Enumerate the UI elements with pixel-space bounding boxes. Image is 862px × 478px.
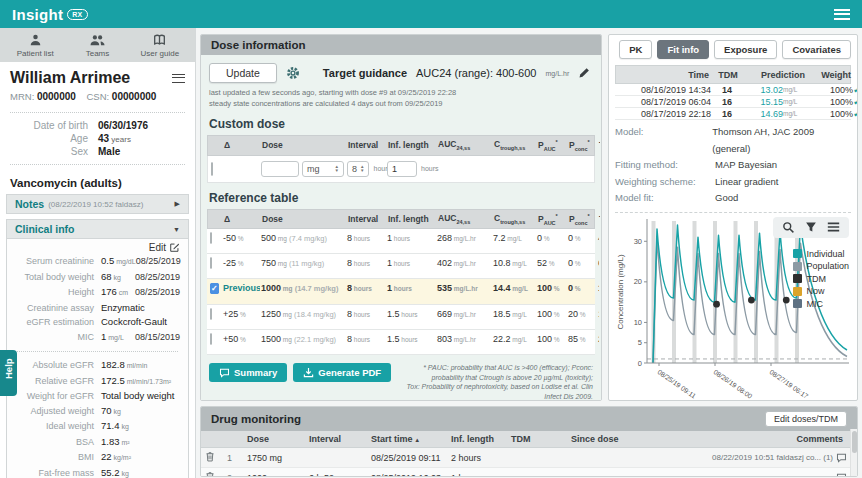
clinical-label: Height [15,285,101,301]
menu-icon[interactable] [834,9,850,20]
dose-unit-select[interactable]: mg ▲▼ [302,161,344,177]
unit: % [238,336,246,343]
derived-rows: Absolute eGFR182.8 ml/minRelative eGFR17… [7,358,188,478]
unit: mg/L.hr [452,311,476,318]
legend-item: TDM [793,274,849,284]
nav-teams[interactable]: Teams [68,33,126,58]
tab-covariates[interactable]: Covariates [782,40,851,59]
nav-patient-list[interactable]: Patient list [6,33,64,58]
nav-user-guide[interactable]: User guide [131,33,189,58]
derived-value: 70 kg [101,404,180,420]
clinical-date: 08/15/2019 [135,330,180,346]
derived-row: Adjusted weight70 kg [7,404,188,420]
zoom-icon[interactable] [782,221,795,234]
comment-bubble-icon[interactable] [836,473,847,478]
inf-length-input[interactable] [387,161,417,177]
clinical-edit-link[interactable]: Edit [149,242,180,253]
summary-button[interactable]: Summary [209,363,287,382]
header-cell: Ctrough,ss [493,136,537,154]
row-checkbox[interactable] [210,308,212,320]
header-cell: Pconc* [568,210,598,229]
fit-tdm: 16 [711,97,743,107]
reference-row[interactable]: ✓Previous1000 mg (14.7 mg/kg)8 hours1 ho… [207,279,595,305]
cell [207,305,222,322]
target-guidance-value: AUC24 (range): 400-600 [416,67,536,79]
mrn-label: MRN: [10,91,34,102]
derived-row: BMI22 kg/m² [7,450,188,466]
clinical-value: 0.5 mg/dL [101,254,136,270]
unit: mg/L.hr [452,235,476,242]
delta-cell: Previous [222,280,260,297]
reference-row[interactable]: -25 %750 mg (11 mg/kg)8 hours1 hours402 … [207,254,595,279]
patient-menu-icon[interactable] [172,74,185,83]
logo-text: Insight [12,6,63,23]
custom-dose-input[interactable] [261,161,299,177]
filter-icon[interactable] [805,221,817,234]
chart-menu-icon[interactable] [827,221,840,234]
comment-bubble-icon[interactable] [836,453,847,463]
interval-stepper[interactable]: 8 ▲▼ [347,161,369,177]
trash-icon[interactable] [205,451,215,462]
model-info-row: Weighting scheme:Linear gradient [615,174,851,191]
legend-item: Individual [793,249,849,259]
tdm-point [713,300,720,307]
inf-length-cell: 1 hours [386,280,436,297]
edit-doses-tdm-button[interactable]: Edit doses/TDM [765,411,847,427]
legend-item: Now [793,286,849,296]
row-checkbox[interactable] [210,257,212,269]
tab-fit-info[interactable]: Fit info [657,40,709,59]
reference-row[interactable]: +25 %1250 mg (18.4 mg/kg)8 hours1.5 hour… [207,305,595,330]
app-logo: Insight RX [12,6,88,23]
derived-unit: kg [120,470,129,477]
tab-exposure[interactable]: Exposure [714,40,777,59]
tab-pk[interactable]: PK [619,40,652,59]
update-button[interactable]: Update [209,63,277,83]
unit: mg/L [511,260,527,267]
clinical-info-title: Clinical info [15,223,75,235]
sort-asc-icon[interactable]: ▲ [413,437,421,443]
unit: % [573,260,581,267]
inf-length-unit: hours [421,165,439,172]
interval-value: 8 [352,164,357,174]
gear-icon[interactable] [286,66,300,80]
row-checkbox[interactable] [210,232,212,244]
model-info-row: Model:Thomson AH, JAC 2009 (general) [615,124,851,157]
help-tab[interactable]: Help [0,350,17,396]
demo-unit: years [109,135,131,144]
inf-length-cell: 1.5 hours [386,305,436,322]
fit-tabs: PKFit infoExposureCovariates [615,40,851,65]
update-note-1: last updated a few seconds ago, starting… [207,87,595,98]
divider [10,164,185,165]
trash-icon[interactable] [205,471,215,477]
custom-dose-checkbox[interactable] [211,162,213,176]
unit: mg/L [511,285,528,292]
check-icon: ✓ [853,96,858,107]
unit: hours [456,453,481,463]
cell [201,448,223,467]
tox-cell: 21 % [597,330,599,347]
notes-section-header[interactable]: Notes (08/22/2019 10:52 faldasz) ▶ [6,194,189,214]
derived-label: BSA [15,435,101,451]
download-icon [303,367,314,378]
cell [207,297,222,304]
derived-unit: m² [120,439,130,446]
derived-unit: kg/m² [112,454,131,461]
pencil-icon[interactable] [578,67,590,79]
fit-weight: 100% [807,85,853,95]
row-checkbox[interactable]: ✓ [210,283,219,294]
start-time-cell: 08/25/2019 09:11 [367,450,447,466]
header-cell: Interval [347,211,387,227]
header-cell: Δ [223,137,261,153]
unit: hours [352,260,370,267]
generate-pdf-button[interactable]: Generate PDF [293,363,391,382]
row-checkbox[interactable] [210,333,212,345]
header-cell [208,142,223,148]
reference-row[interactable]: -50 %500 mg (7.4 mg/kg)8 hours1 hours268… [207,229,595,254]
derived-value: 172.5 ml/min/1.73m² [101,374,180,390]
clinical-info-header[interactable]: Clinical info ▼ [7,220,188,239]
cell [207,322,222,329]
scrollbar[interactable] [850,429,857,476]
ctrough-cell: 10.8 mg/L [492,254,536,271]
reference-row[interactable]: +50 %1500 mg (22.1 mg/kg)8 hours1.5 hour… [207,330,595,355]
sidebar-nav: Patient list Teams User guide [0,28,195,62]
